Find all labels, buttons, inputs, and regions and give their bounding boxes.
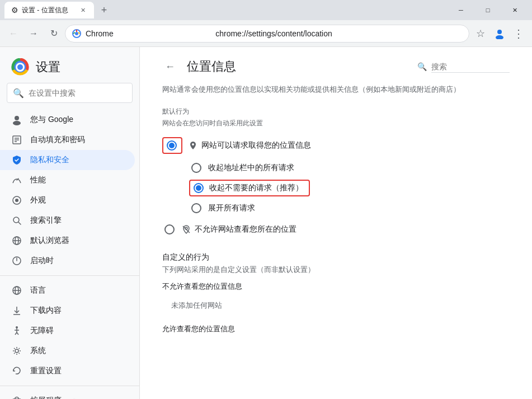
content-search-icon: 🔍 [417, 62, 427, 71]
sidebar-search-icon: 🔍 [13, 88, 24, 98]
search-icon [11, 215, 22, 226]
content-search-area: 🔍 [417, 61, 510, 73]
sidebar-item-label: 启动时 [30, 256, 54, 266]
sidebar-item-label: 无障碍 [30, 326, 54, 336]
sidebar-item-appearance[interactable]: 外观 [0, 190, 135, 210]
sidebar-item-label: 下载内容 [30, 306, 62, 316]
option-collapse-all[interactable]: 收起地址栏中的所有请求 [189, 158, 510, 177]
option-allow-highlight[interactable] [162, 137, 182, 154]
sidebar-item-label: 扩展程序 [30, 396, 62, 399]
tab-title: 设置 - 位置信息 [22, 6, 75, 15]
deny-empty-label: 未添加任何网站 [162, 296, 510, 315]
accessibility-icon [11, 325, 22, 336]
sidebar-header: 设置 [0, 47, 139, 83]
sidebar-item-google[interactable]: 您与 Google [0, 110, 135, 130]
sidebar-item-search-engine[interactable]: 搜索引擎 [0, 210, 135, 231]
sidebar-item-autofill[interactable]: 自动填充和密码 [0, 130, 135, 150]
sidebar-item-system[interactable]: 系统 [0, 341, 135, 361]
option-collapse-unnecessary-label: 收起不需要的请求（推荐） [209, 183, 303, 193]
performance-icon [11, 175, 22, 186]
navbar: ← → ↻ Chrome chrome://settings/content/l… [0, 20, 532, 47]
profile-button[interactable] [491, 25, 509, 43]
sidebar-item-label: 自动填充和密码 [30, 135, 85, 145]
sidebar-item-label: 系统 [30, 346, 46, 356]
minimize-button[interactable]: ─ [448, 0, 474, 20]
option-collapse-unnecessary-highlight[interactable]: 收起不需要的请求（推荐） [189, 180, 310, 196]
sidebar-search-box[interactable]: 🔍 [7, 83, 133, 103]
sidebar-search-input[interactable] [29, 88, 126, 97]
menu-button[interactable]: ⋮ [510, 25, 528, 43]
radio-allow-location[interactable] [167, 140, 177, 151]
tab-bar: ⚙ 设置 - 位置信息 ✕ + [4, 2, 448, 18]
language-icon [11, 285, 22, 296]
new-tab-button[interactable]: + [96, 2, 112, 18]
option-allow-label-area: 网站可以请求取得您的位置信息 [188, 140, 311, 151]
nav-icons-right: ☆ ⋮ [472, 25, 528, 43]
svg-point-10 [13, 121, 21, 125]
content-back-button[interactable]: ← [162, 59, 178, 74]
reload-button[interactable]: ↻ [45, 25, 63, 43]
sidebar-item-default-browser[interactable]: 默认浏览器 [0, 231, 135, 251]
maximize-button[interactable]: □ [475, 0, 501, 20]
external-link-icon: ↗ [70, 397, 76, 399]
deny-section-label: 不允许查看您的位置信息 [162, 281, 510, 292]
option-expand-all-label: 展开所有请求 [208, 203, 255, 213]
address-url: chrome://settings/content/location [215, 29, 332, 38]
allow-section-label: 允许查看您的位置信息 [162, 324, 510, 334]
option-expand-all[interactable]: 展开所有请求 [189, 199, 510, 218]
no-location-icon [181, 224, 191, 234]
option-collapse-all-label: 收起地址栏中的所有请求 [208, 163, 294, 173]
bookmark-button[interactable]: ☆ [472, 25, 489, 43]
location-pin-icon [188, 140, 198, 151]
shield-icon [11, 154, 22, 166]
radio-collapse-unnecessary[interactable] [194, 183, 204, 193]
titlebar: ⚙ 设置 - 位置信息 ✕ + ─ □ ✕ [0, 0, 532, 20]
custom-behavior-title: 自定义的行为 [162, 252, 510, 262]
system-icon [11, 345, 22, 356]
sidebar-item-label: 性能 [30, 175, 46, 185]
reset-icon [11, 365, 22, 377]
svg-point-17 [15, 199, 18, 202]
content-description: 网站通常会使用您的位置信息以实现相关功能或提供相关信息（例如本地新闻或附近的商店… [162, 84, 510, 96]
downloads-icon [11, 305, 22, 316]
sidebar-item-extensions[interactable]: 扩展程序 ↗ [0, 391, 135, 399]
sidebar-item-reset[interactable]: 重置设置 [0, 361, 135, 381]
svg-point-35 [15, 349, 18, 353]
default-behavior-section: 默认行为 网站会在您访问时自动采用此设置 网站可以请求取得您的位置信息 [162, 107, 510, 239]
sidebar-item-privacy[interactable]: 隐私和安全 [0, 150, 135, 170]
extensions-icon [11, 395, 22, 399]
deny-section: 不允许查看您的位置信息 未添加任何网站 [162, 281, 510, 315]
back-button[interactable]: ← [4, 25, 22, 43]
forward-button[interactable]: → [25, 25, 43, 43]
svg-point-2 [497, 30, 502, 34]
sidebar-item-label: 搜索引擎 [30, 215, 62, 226]
svg-point-1 [75, 32, 78, 35]
active-tab[interactable]: ⚙ 设置 - 位置信息 ✕ [4, 2, 94, 18]
sidebar-item-startup[interactable]: 启动时 [0, 251, 135, 271]
sidebar-divider [0, 275, 139, 276]
option-deny-area: 不允许网站查看您所在的位置 [181, 224, 296, 234]
radio-collapse-all[interactable] [191, 163, 201, 173]
sub-options: 收起地址栏中的所有请求 收起不需要的请求（推荐） 展开所有请求 [189, 158, 510, 218]
svg-point-43 [192, 143, 194, 145]
svg-point-30 [16, 326, 18, 328]
sidebar-item-language[interactable]: 语言 [0, 280, 135, 301]
site-favicon [72, 29, 81, 38]
option-deny[interactable]: 不允许网站查看您所在的位置 [162, 220, 510, 239]
sidebar-item-label: 您与 Google [30, 115, 73, 125]
option-deny-label: 不允许网站查看您所在的位置 [195, 224, 296, 234]
radio-expand-all[interactable] [191, 203, 201, 213]
tab-favicon: ⚙ [11, 6, 18, 15]
address-bar[interactable]: Chrome chrome://settings/content/locatio… [65, 25, 469, 43]
browser-icon [11, 235, 22, 246]
default-behavior-label: 默认行为 [162, 107, 510, 116]
close-button[interactable]: ✕ [502, 0, 528, 20]
tab-close-button[interactable]: ✕ [78, 6, 87, 15]
sidebar-item-downloads[interactable]: 下载内容 [0, 301, 135, 321]
sidebar-item-performance[interactable]: 性能 [0, 170, 135, 190]
content-search-input[interactable] [431, 61, 510, 73]
radio-deny-location[interactable] [164, 224, 175, 234]
sidebar-item-accessibility[interactable]: 无障碍 [0, 321, 135, 341]
allow-section: 允许查看您的位置信息 [162, 324, 510, 334]
option-collapse-unnecessary-row: 收起不需要的请求（推荐） [189, 177, 510, 199]
